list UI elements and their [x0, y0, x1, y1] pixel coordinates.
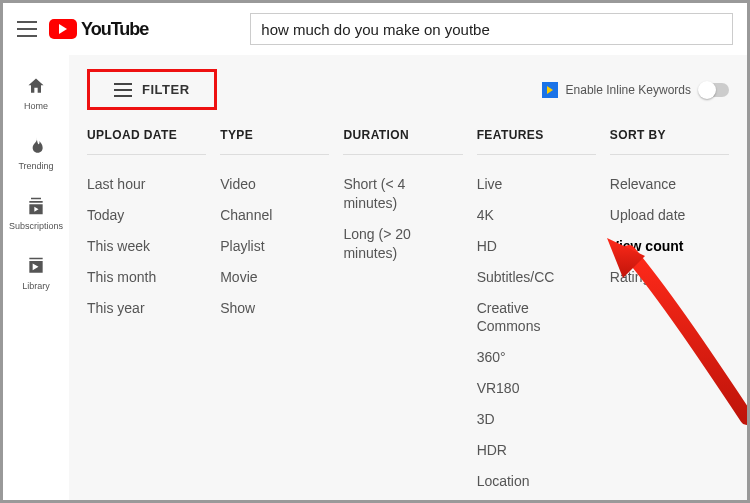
- filter-option[interactable]: Show: [220, 293, 329, 324]
- filter-option[interactable]: Subtitles/CC: [477, 262, 596, 293]
- filter-option[interactable]: Short (< 4 minutes): [343, 169, 462, 219]
- enable-inline-keywords: Enable Inline Keywords: [542, 82, 729, 98]
- home-icon: [25, 75, 47, 97]
- filter-button-label: FILTER: [142, 82, 190, 97]
- filter-option[interactable]: Relevance: [610, 169, 729, 200]
- inline-keywords-toggle[interactable]: [699, 83, 729, 97]
- sidebar: Home Trending Subscriptions Library: [3, 55, 69, 500]
- filter-column-sort-by: SORT BY Relevance Upload date View count…: [610, 128, 729, 293]
- filter-option[interactable]: This year: [87, 293, 206, 324]
- sidebar-item-label: Home: [24, 101, 48, 111]
- filter-option[interactable]: Channel: [220, 200, 329, 231]
- filter-panel: FILTER Enable Inline Keywords UPLOAD DAT…: [69, 55, 747, 500]
- filter-option[interactable]: HDR: [477, 435, 596, 466]
- search-input[interactable]: [251, 21, 732, 38]
- trending-icon: [25, 135, 47, 157]
- inline-keywords-label: Enable Inline Keywords: [566, 83, 691, 97]
- filter-option[interactable]: 3D: [477, 404, 596, 435]
- filter-column-type: TYPE Video Channel Playlist Movie Show: [220, 128, 329, 323]
- filter-option[interactable]: Today: [87, 200, 206, 231]
- column-title: SORT BY: [610, 128, 729, 155]
- filter-option[interactable]: Creative Commons: [477, 293, 596, 343]
- filter-option[interactable]: This week: [87, 231, 206, 262]
- filter-option[interactable]: Location: [477, 466, 596, 497]
- filter-option[interactable]: Movie: [220, 262, 329, 293]
- filter-option[interactable]: Video: [220, 169, 329, 200]
- keywords-badge-icon: [542, 82, 558, 98]
- filter-column-features: FEATURES Live 4K HD Subtitles/CC Creativ…: [477, 128, 596, 500]
- filter-option[interactable]: 4K: [477, 200, 596, 231]
- filter-option[interactable]: HD: [477, 231, 596, 262]
- filter-option-selected[interactable]: View count: [610, 231, 729, 262]
- youtube-play-icon: [49, 19, 77, 39]
- filter-option[interactable]: Rating: [610, 262, 729, 293]
- filter-option[interactable]: Purchased: [477, 497, 596, 500]
- sidebar-item-home[interactable]: Home: [3, 63, 69, 123]
- filter-button[interactable]: FILTER: [87, 69, 217, 110]
- sidebar-item-label: Trending: [18, 161, 53, 171]
- library-icon: [25, 255, 47, 277]
- youtube-logo[interactable]: YouTube: [49, 19, 148, 40]
- filter-option[interactable]: Live: [477, 169, 596, 200]
- filter-icon: [114, 83, 132, 97]
- sidebar-item-label: Library: [22, 281, 50, 291]
- menu-icon[interactable]: [17, 21, 37, 37]
- sidebar-item-library[interactable]: Library: [3, 243, 69, 303]
- filter-column-upload-date: UPLOAD DATE Last hour Today This week Th…: [87, 128, 206, 323]
- youtube-logo-text: YouTube: [81, 19, 148, 40]
- sidebar-item-trending[interactable]: Trending: [3, 123, 69, 183]
- column-title: DURATION: [343, 128, 462, 155]
- column-title: FEATURES: [477, 128, 596, 155]
- filter-option[interactable]: 360°: [477, 342, 596, 373]
- filter-option[interactable]: Upload date: [610, 200, 729, 231]
- filter-option[interactable]: Long (> 20 minutes): [343, 219, 462, 269]
- sidebar-item-subscriptions[interactable]: Subscriptions: [3, 183, 69, 243]
- search-box[interactable]: [250, 13, 733, 45]
- filter-option[interactable]: Playlist: [220, 231, 329, 262]
- column-title: TYPE: [220, 128, 329, 155]
- filter-option[interactable]: VR180: [477, 373, 596, 404]
- filter-option[interactable]: This month: [87, 262, 206, 293]
- filter-option[interactable]: Last hour: [87, 169, 206, 200]
- subscriptions-icon: [25, 195, 47, 217]
- filter-column-duration: DURATION Short (< 4 minutes) Long (> 20 …: [343, 128, 462, 269]
- sidebar-item-label: Subscriptions: [9, 221, 63, 231]
- column-title: UPLOAD DATE: [87, 128, 206, 155]
